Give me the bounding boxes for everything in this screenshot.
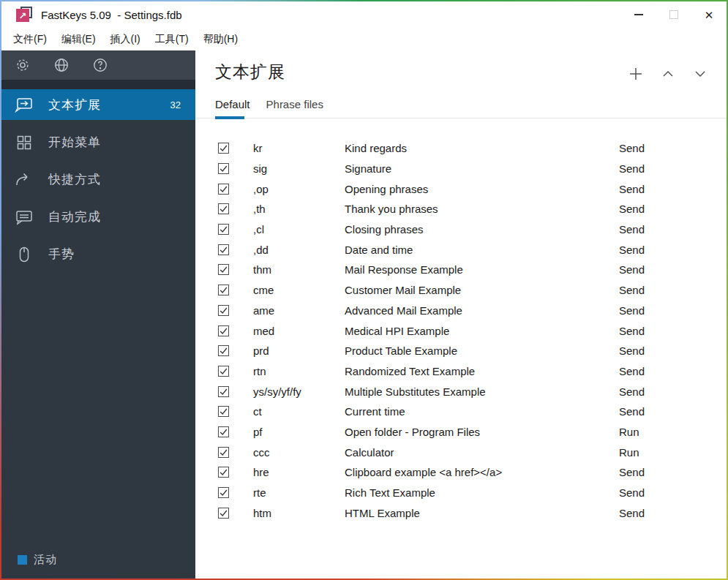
sidebar-item-label: 文本扩展: [48, 97, 170, 113]
tab-phrase-files[interactable]: Phrase files: [266, 98, 323, 118]
row-checkbox[interactable]: [218, 426, 229, 437]
row-description: Rich Text Example: [345, 486, 619, 499]
help-icon[interactable]: [91, 56, 109, 74]
row-checkbox[interactable]: [218, 447, 229, 458]
settings-gear-icon[interactable]: [14, 56, 31, 74]
table-row[interactable]: cme Customer Mail Example Send: [218, 280, 727, 301]
tab-bar: Default Phrase files: [195, 83, 727, 118]
sidebar: 文本扩展 32 开始菜单: [1, 50, 195, 579]
row-checkbox[interactable]: [218, 203, 229, 214]
row-description: Clipboard example <a href></a>: [345, 466, 619, 478]
row-checkbox[interactable]: [218, 244, 229, 255]
table-row[interactable]: ys/sy/yf/fy Multiple Substitutes Example…: [218, 381, 727, 402]
sidebar-item-start-menu[interactable]: 开始菜单: [1, 124, 195, 161]
row-description: Randomized Text Example: [345, 365, 619, 377]
row-description: Closing phrases: [345, 223, 619, 236]
start-menu-icon: [15, 134, 34, 151]
row-abbreviation: ,op: [253, 183, 345, 195]
menu-item[interactable]: 编辑(E): [54, 28, 103, 50]
close-icon[interactable]: ✕: [691, 1, 727, 28]
row-action-type: Send: [619, 203, 645, 215]
sidebar-item-text-expansion[interactable]: 文本扩展 32: [1, 89, 195, 120]
row-checkbox[interactable]: [218, 264, 229, 275]
row-checkbox[interactable]: [218, 487, 229, 498]
table-row[interactable]: rte Rich Text Example Send: [218, 483, 727, 503]
sidebar-item-shortcuts[interactable]: 快捷方式: [1, 161, 195, 198]
row-checkbox[interactable]: [218, 325, 229, 336]
table-row[interactable]: ame Advanced Mail Example Send: [218, 301, 727, 321]
row-action-type: Run: [619, 426, 639, 438]
menu-item[interactable]: 工具(T): [148, 28, 196, 50]
row-description: Medical HPI Example: [345, 325, 619, 337]
active-status-icon: [18, 555, 27, 565]
language-globe-icon[interactable]: [53, 56, 70, 74]
table-row[interactable]: kr Kind regards Send: [218, 138, 727, 159]
move-up-icon[interactable]: [661, 67, 675, 81]
row-checkbox[interactable]: [218, 224, 229, 235]
row-checkbox[interactable]: [218, 184, 229, 195]
table-row[interactable]: ,op Opening phrases Send: [218, 178, 727, 199]
row-action-type: Send: [619, 507, 645, 519]
tab-default[interactable]: Default: [215, 98, 250, 118]
table-row[interactable]: med Medical HPI Example Send: [218, 320, 727, 341]
row-action-type: Send: [619, 466, 645, 478]
row-abbreviation: pf: [253, 426, 345, 438]
move-down-icon[interactable]: [693, 67, 708, 81]
row-checkbox[interactable]: [218, 305, 229, 316]
row-checkbox[interactable]: [218, 366, 229, 377]
row-checkbox[interactable]: [218, 386, 229, 397]
menu-item[interactable]: 文件(F): [6, 28, 54, 50]
menubar: 文件(F)编辑(E)插入(I)工具(T)帮助(H): [1, 28, 727, 50]
row-checkbox[interactable]: [218, 345, 229, 356]
row-checkbox[interactable]: [218, 508, 229, 519]
table-row[interactable]: ,th Thank you phrases Send: [218, 199, 727, 219]
add-icon[interactable]: [628, 67, 643, 81]
row-action-type: Send: [619, 183, 645, 195]
table-row[interactable]: ,cl Closing phrases Send: [218, 219, 727, 240]
phrase-list: kr Kind regards Send sig Signature S: [195, 118, 727, 523]
row-checkbox[interactable]: [218, 143, 229, 154]
row-abbreviation: htm: [253, 507, 345, 519]
maximize-icon[interactable]: [656, 1, 691, 28]
table-row[interactable]: htm HTML Example Send: [218, 502, 727, 523]
sidebar-item-autocomplete[interactable]: 自动完成: [1, 198, 195, 236]
row-checkbox[interactable]: [218, 285, 229, 295]
autocomplete-icon: [15, 208, 34, 226]
table-row[interactable]: prd Product Table Example Send: [218, 341, 727, 361]
status-bar: 活动: [1, 553, 195, 579]
row-description: Open folder - Program Files: [345, 426, 619, 438]
table-row[interactable]: hre Clipboard example <a href></a> Send: [218, 462, 727, 483]
minimize-icon[interactable]: [621, 1, 656, 28]
row-checkbox[interactable]: [218, 163, 229, 174]
row-abbreviation: hre: [253, 466, 345, 478]
menu-item[interactable]: 插入(I): [103, 28, 148, 50]
table-row[interactable]: pf Open folder - Program Files Run: [218, 422, 727, 442]
window-frame: ↗ FastKeys 5.09 - Settings.fdb ✕ 文件(F)编辑…: [0, 0, 728, 580]
menu-item[interactable]: 帮助(H): [196, 28, 245, 50]
row-checkbox[interactable]: [218, 406, 229, 417]
sidebar-item-gestures[interactable]: 手势: [1, 236, 195, 273]
table-row[interactable]: sig Signature Send: [218, 159, 727, 179]
table-row[interactable]: ccc Calculator Run: [218, 442, 727, 462]
row-description: Customer Mail Example: [345, 284, 619, 296]
table-row[interactable]: rtn Randomized Text Example Send: [218, 361, 727, 382]
table-row[interactable]: ct Current time Send: [218, 402, 727, 422]
window-controls: ✕: [621, 1, 727, 28]
row-action-type: Send: [619, 304, 645, 317]
app-body: 文本扩展 32 开始菜单: [1, 50, 727, 579]
table-row[interactable]: ,dd Date and time Send: [218, 239, 727, 260]
sidebar-toolbar: [1, 50, 195, 80]
row-abbreviation: ct: [253, 405, 345, 418]
row-description: Opening phrases: [345, 183, 619, 195]
row-description: Current time: [345, 405, 619, 418]
row-action-type: Send: [619, 325, 645, 337]
row-checkbox[interactable]: [218, 467, 229, 478]
table-row[interactable]: thm Mail Response Example Send: [218, 260, 727, 280]
list-actions: [628, 61, 708, 81]
app-window: ↗ FastKeys 5.09 - Settings.fdb ✕ 文件(F)编辑…: [1, 1, 727, 579]
shortcuts-icon: [15, 171, 34, 189]
row-action-type: Send: [619, 263, 645, 276]
row-action-type: Send: [619, 486, 645, 499]
row-action-type: Send: [619, 284, 645, 296]
sidebar-item-label: 手势: [48, 246, 181, 263]
